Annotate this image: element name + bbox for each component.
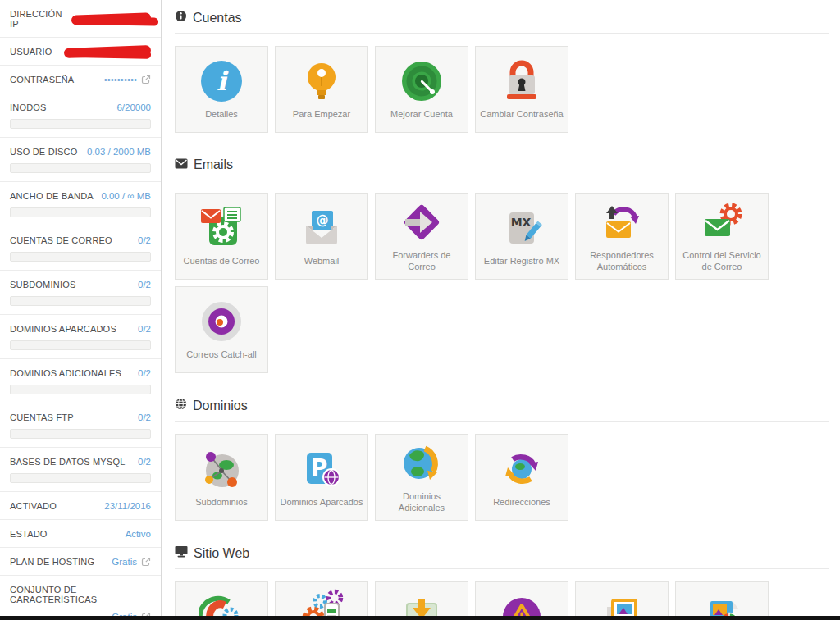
usage-bar <box>10 163 151 173</box>
subdomains-icon <box>199 447 244 491</box>
card-label: Webmail <box>301 256 343 267</box>
card-respondedores[interactable]: Respondedores Automáticos <box>575 193 669 280</box>
stat-label: CONTRASEÑA <box>10 75 74 84</box>
usage-bar <box>10 296 151 306</box>
bottom-edge-bar <box>0 616 840 620</box>
card-cambiar-contrasena[interactable]: Cambiar Contraseña <box>475 46 568 133</box>
stat-bandwidth: ANCHO DE BANDA 0.00 / ∞ MB <box>0 182 161 226</box>
svg-text:MX: MX <box>511 216 532 229</box>
stat-label: DIRECCIÓN IP <box>10 9 68 29</box>
usage-bar <box>10 385 151 394</box>
stat-mysql-databases: BASES DE DATOS MYSQL 0/2 <box>0 448 161 492</box>
card-grid: Cuentas de Correo @ Webmail Forwarders d… <box>175 193 829 373</box>
card-plantillas[interactable]: Plantillas de Sitios <box>575 581 669 620</box>
card-control-servicio[interactable]: Control del Servicio de Correo <box>675 193 769 280</box>
stat-value: 0/2 <box>138 280 151 289</box>
section-sitio-web: Sitio Web Creador de Sitios Instalador A… <box>175 540 829 620</box>
card-label: Detalles <box>202 109 241 121</box>
section-header: Dominios <box>175 393 829 422</box>
stat-inodes: INODOS 6/20000 <box>0 93 161 138</box>
card-label: Cuentas de Correo <box>180 256 263 267</box>
lightbulb-icon <box>299 59 344 103</box>
redaction-scribble <box>64 45 151 58</box>
card-paginas-error[interactable]: Páginas de Error <box>475 581 568 620</box>
card-webmail[interactable]: @ Webmail <box>275 193 368 280</box>
mail-service-icon <box>700 200 744 244</box>
stat-value: 0/2 <box>138 324 151 334</box>
stat-hosting-plan: PLAN DE HOSTING Gratis <box>0 548 161 576</box>
autoresponder-icon <box>600 200 644 244</box>
stat-activated-date: ACTIVADO 23/11/2016 <box>0 492 161 520</box>
envelope-icon <box>175 157 188 172</box>
stat-status: ESTADO Activo <box>0 520 161 548</box>
card-catch-all[interactable]: Correos Catch-all <box>175 286 268 373</box>
card-mejorar-cuenta[interactable]: Mejorar Cuenta <box>375 46 468 133</box>
stat-username: USUARIO <box>0 38 161 66</box>
forwarders-icon <box>399 200 444 244</box>
stat-disk-usage: USO DE DISCO 0.03 / 2000 MB <box>0 138 161 182</box>
details-icon: i <box>199 59 244 103</box>
section-header: Cuentas <box>175 5 829 34</box>
redaction-scribble <box>71 12 151 25</box>
section-cuentas: Cuentas i Detalles Para Empezar Mejorar … <box>175 5 829 133</box>
stat-feature-set: CONJUNTO DE CARACTERÍSTICAS Gratis <box>0 576 161 620</box>
email-accounts-icon <box>199 206 244 250</box>
usage-bar <box>10 252 151 262</box>
card-grid: Creador de Sitios Instalador Automático … <box>175 581 829 620</box>
globe-icon <box>175 398 187 413</box>
stat-value: Gratis <box>112 557 137 567</box>
addon-domains-icon <box>399 441 444 486</box>
stat-subdomains: SUBDOMINIOS 0/2 <box>0 271 161 315</box>
card-label: Respondedores Automáticos <box>576 250 668 273</box>
parked-domains-icon: P <box>299 447 344 491</box>
stat-label: SUBDOMINIOS <box>10 280 75 289</box>
stat-addon-domains: DOMINIOS ADICIONALES 0/2 <box>0 359 161 403</box>
card-detalles[interactable]: i Detalles <box>175 46 268 133</box>
main-content: Cuentas i Detalles Para Empezar Mejorar … <box>162 0 840 620</box>
svg-text:@: @ <box>317 213 329 228</box>
card-importar-sitio[interactable]: Importar Sitio <box>375 581 468 620</box>
stat-value: 0.00 / ∞ MB <box>101 191 151 201</box>
card-forwarders[interactable]: Forwarders de Correo <box>375 193 468 280</box>
card-subdominios[interactable]: Subdominios <box>175 434 268 521</box>
section-title: Sitio Web <box>194 546 249 561</box>
stat-label: CUENTAS DE CORREO <box>10 235 112 245</box>
webmail-icon: @ <box>299 206 344 250</box>
external-link-icon[interactable] <box>141 75 151 84</box>
stat-value: 23/11/2016 <box>104 501 151 511</box>
card-instalador[interactable]: Instalador Automático <box>275 581 368 620</box>
card-grid: Subdominios P Dominios Aparcados Dominio… <box>175 434 829 521</box>
account-stats-sidebar: DIRECCIÓN IP USUARIO CONTRASEÑA ••••••••… <box>0 0 162 620</box>
card-label: Mejorar Cuenta <box>387 109 456 121</box>
stat-label: PLAN DE HOSTING <box>10 557 94 567</box>
section-header: Sitio Web <box>175 540 829 569</box>
padlock-icon <box>500 59 544 103</box>
monitor-icon <box>175 545 188 561</box>
card-redirecciones[interactable]: Redirecciones <box>475 434 568 521</box>
card-creador-sitios[interactable]: Creador de Sitios <box>175 581 268 620</box>
usage-bar <box>10 340 151 350</box>
stat-value: 0/2 <box>138 457 151 467</box>
card-dominios-adicionales[interactable]: Dominios Adicionales <box>375 434 468 521</box>
card-cuentas-de-correo[interactable]: Cuentas de Correo <box>175 193 268 280</box>
stat-label: INODOS <box>10 103 47 112</box>
catch-all-icon <box>199 299 244 344</box>
usage-bar <box>10 429 151 439</box>
stat-label: USUARIO <box>10 47 52 57</box>
card-label: Cambiar Contraseña <box>477 109 567 121</box>
card-editar-mx[interactable]: MX Editar Registro MX <box>475 193 568 280</box>
card-analizar-sitio[interactable]: Analizar Sitio <box>675 581 769 620</box>
section-title: Dominios <box>193 399 248 413</box>
stat-value: 0/2 <box>138 368 151 378</box>
card-label: Editar Registro MX <box>481 256 563 267</box>
stat-password: CONTRASEÑA •••••••••• <box>0 66 161 93</box>
stat-value: •••••••••• <box>104 75 137 84</box>
card-dominios-aparcados[interactable]: P Dominios Aparcados <box>275 434 368 521</box>
stat-value: 6/20000 <box>116 103 151 112</box>
stat-value: 0/2 <box>138 413 151 422</box>
external-link-icon[interactable] <box>141 557 151 567</box>
stat-ftp-accounts: CUENTAS FTP 0/2 <box>0 403 161 448</box>
status-badge: Activo <box>126 529 151 539</box>
card-label: Redirecciones <box>490 497 554 508</box>
card-para-empezar[interactable]: Para Empezar <box>275 46 368 133</box>
